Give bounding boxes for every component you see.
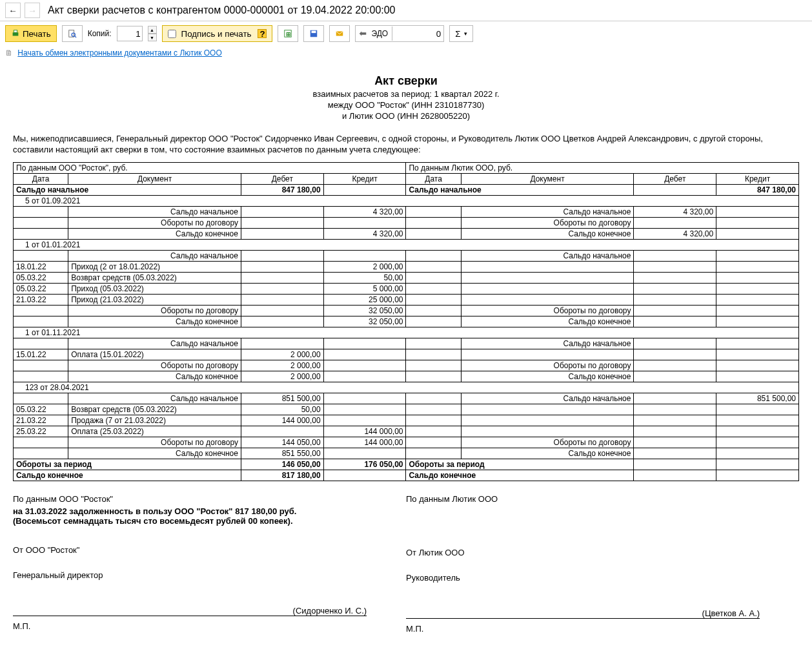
email-button[interactable] bbox=[329, 25, 350, 42]
edo-icon bbox=[358, 29, 367, 38]
svg-line-4 bbox=[74, 36, 76, 38]
diskette-icon bbox=[309, 29, 318, 38]
mp-right: М.П. bbox=[406, 624, 799, 634]
edo-start-link[interactable]: Начать обмен электронными документами с … bbox=[17, 48, 221, 57]
sign-checkbox[interactable] bbox=[168, 30, 176, 38]
sign-stamp-button[interactable]: Подпись и печать ? bbox=[162, 25, 273, 42]
right-header: По данным Лютик ООО, руб. bbox=[406, 162, 799, 173]
excel-button[interactable]: ⊞ bbox=[278, 25, 298, 42]
svg-text:⊞: ⊞ bbox=[286, 31, 291, 37]
chevron-down-icon: ▾ bbox=[464, 30, 467, 37]
edo-input[interactable] bbox=[392, 26, 443, 41]
footer-right-by: По данным Лютик ООО bbox=[406, 494, 799, 504]
back-button[interactable]: ← bbox=[5, 3, 21, 18]
sigma-icon: Σ bbox=[455, 29, 460, 39]
print-button[interactable]: Печать bbox=[5, 25, 57, 42]
document-body: Акт сверки взаимных расчетов за период: … bbox=[0, 74, 812, 653]
window-title: Акт сверки расчетов с контрагентом 0000-… bbox=[48, 5, 396, 16]
preview-button[interactable] bbox=[62, 25, 83, 42]
doc-sub1: взаимных расчетов за период: 1 квартал 2… bbox=[13, 89, 799, 99]
printer-icon bbox=[11, 29, 20, 38]
left-header: По данным ООО "Росток", руб. bbox=[14, 162, 406, 173]
svg-rect-1 bbox=[14, 30, 17, 33]
sign-name-right: (Цветков А. А.) bbox=[702, 608, 760, 618]
position-left: Генеральный директор bbox=[13, 570, 406, 580]
sign-name-left: (Сидорченко И. С.) bbox=[293, 606, 367, 616]
doc-sub3: и Лютик ООО (ИНН 2628005220) bbox=[13, 111, 799, 121]
svg-rect-8 bbox=[312, 31, 316, 34]
envelope-icon bbox=[335, 29, 344, 38]
help-icon[interactable]: ? bbox=[258, 29, 267, 38]
sum-button[interactable]: Σ ▾ bbox=[449, 25, 473, 42]
debt-summary: на 31.03.2022 задолженность в пользу ООО… bbox=[13, 506, 336, 526]
copies-input[interactable] bbox=[117, 26, 143, 41]
document-icon: 🗎 bbox=[5, 48, 13, 57]
print-label: Печать bbox=[23, 29, 51, 39]
svg-rect-2 bbox=[68, 30, 74, 37]
intro-text: Мы, нижеподписавшиеся, Генеральный дирек… bbox=[13, 134, 799, 156]
copies-down-button[interactable]: ▼ bbox=[148, 34, 157, 41]
edo-label[interactable]: ЭДО bbox=[367, 29, 392, 38]
forward-button[interactable]: → bbox=[25, 3, 40, 18]
save-button[interactable] bbox=[303, 25, 324, 42]
from-right: От Лютик ООО bbox=[406, 548, 799, 557]
doc-sub2: между ООО "Росток" (ИНН 2310187730) bbox=[13, 100, 799, 110]
footer-left-by: По данным ООО "Росток" bbox=[13, 494, 406, 504]
spreadsheet-icon: ⊞ bbox=[283, 29, 292, 38]
sign-label: Подпись и печать bbox=[181, 29, 252, 39]
preview-icon bbox=[68, 29, 77, 38]
from-left: От ООО "Росток" bbox=[13, 545, 406, 555]
doc-title: Акт сверки bbox=[13, 74, 799, 88]
reconciliation-table: По данным ООО "Росток", руб. По данным Л… bbox=[13, 162, 799, 481]
mp-left: М.П. bbox=[13, 621, 406, 631]
copies-up-button[interactable]: ▲ bbox=[148, 26, 157, 34]
copies-label: Копий: bbox=[88, 29, 112, 38]
position-right: Руководитель bbox=[406, 573, 799, 583]
svg-rect-0 bbox=[13, 32, 19, 36]
